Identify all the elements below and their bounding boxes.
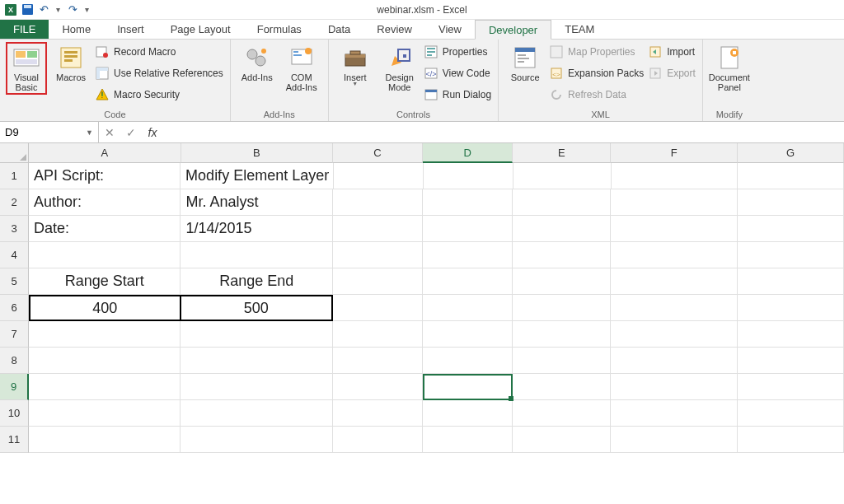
cell[interactable] (513, 321, 611, 348)
map-properties-button[interactable]: Map Properties (550, 43, 644, 61)
cell[interactable] (738, 400, 844, 427)
column-header[interactable]: F (611, 143, 738, 163)
cell[interactable] (611, 348, 738, 374)
cell[interactable] (513, 374, 611, 400)
undo-icon[interactable] (36, 2, 51, 17)
cell[interactable]: API Script: (29, 163, 181, 189)
cell[interactable] (738, 189, 844, 216)
formula-input[interactable] (163, 122, 844, 142)
cell[interactable] (424, 163, 513, 189)
cell[interactable]: 1/14/2015 (181, 216, 332, 242)
cell[interactable]: Range Start (29, 268, 181, 295)
com-addins-button[interactable]: COM Add-Ins (282, 43, 321, 94)
cell[interactable] (423, 189, 513, 216)
cell[interactable] (611, 295, 738, 321)
cell[interactable]: Modify Element Layer (181, 163, 334, 189)
cell[interactable] (333, 189, 423, 216)
tab-developer[interactable]: Developer (475, 20, 551, 40)
view-code-button[interactable]: </> View Code (424, 64, 491, 82)
cell[interactable]: Date: (29, 216, 181, 242)
cancel-formula-icon[interactable]: ✕ (99, 126, 120, 139)
cell[interactable] (611, 216, 738, 242)
source-button[interactable]: Source (505, 43, 545, 84)
excel-icon[interactable]: X (3, 2, 18, 17)
cell[interactable] (423, 242, 513, 268)
row-header[interactable]: 6 (0, 295, 29, 321)
addins-button[interactable]: Add-Ins (237, 43, 277, 84)
enter-formula-icon[interactable]: ✓ (120, 126, 142, 139)
export-button[interactable]: Export (649, 64, 696, 82)
redo-icon[interactable] (65, 2, 80, 17)
document-panel-button[interactable]: Document Panel (710, 43, 749, 94)
expansion-packs-button[interactable]: <> Expansion Packs (550, 64, 644, 82)
row-header[interactable]: 3 (0, 216, 29, 242)
tab-review[interactable]: Review (363, 20, 425, 39)
column-header[interactable]: D (423, 143, 513, 163)
row-header[interactable]: 4 (0, 242, 29, 268)
cell[interactable] (333, 427, 423, 453)
cell[interactable] (513, 348, 611, 374)
tab-team[interactable]: TEAM (551, 20, 607, 39)
tab-data[interactable]: Data (315, 20, 363, 39)
tab-formulas[interactable]: Formulas (244, 20, 315, 39)
cell[interactable] (423, 427, 513, 453)
cell[interactable] (612, 163, 738, 189)
column-header[interactable]: C (333, 143, 423, 163)
cell[interactable] (181, 374, 332, 400)
cell[interactable] (513, 295, 611, 321)
cell[interactable] (423, 268, 513, 295)
name-box[interactable]: D9 ▼ (0, 122, 99, 142)
row-header[interactable]: 8 (0, 348, 29, 374)
save-icon[interactable] (20, 2, 35, 17)
cell[interactable] (423, 216, 513, 242)
cell[interactable] (333, 374, 423, 400)
macro-security-button[interactable]: ! Macro Security (96, 86, 223, 104)
row-header[interactable]: 10 (0, 400, 29, 427)
cell[interactable] (738, 321, 844, 348)
cell[interactable] (611, 242, 738, 268)
cell[interactable] (738, 268, 844, 295)
undo-dropdown[interactable]: ▾ (53, 5, 63, 14)
cell[interactable] (29, 427, 181, 453)
macros-button[interactable]: Macros (51, 43, 91, 84)
row-header[interactable]: 2 (0, 189, 29, 216)
row-header[interactable]: 5 (0, 268, 29, 295)
cell[interactable] (513, 427, 611, 453)
column-header[interactable]: B (181, 143, 334, 163)
cell[interactable] (333, 295, 423, 321)
tab-insert[interactable]: Insert (104, 20, 157, 39)
cell[interactable] (611, 268, 738, 295)
cell[interactable] (513, 268, 611, 295)
cell[interactable] (29, 321, 181, 348)
qat-customize[interactable]: ▾ (82, 5, 92, 14)
active-cell[interactable] (423, 374, 513, 400)
cell[interactable] (333, 348, 423, 374)
record-macro-button[interactable]: Record Macro (96, 43, 223, 61)
properties-button[interactable]: Properties (424, 43, 491, 61)
tab-home[interactable]: Home (49, 20, 104, 39)
use-relative-refs-button[interactable]: Use Relative References (96, 64, 223, 82)
cell[interactable] (181, 427, 332, 453)
cell[interactable] (513, 216, 611, 242)
cell[interactable] (611, 374, 738, 400)
cell[interactable]: 500 (181, 295, 333, 321)
tab-page-layout[interactable]: Page Layout (157, 20, 244, 39)
tab-file[interactable]: FILE (0, 20, 49, 39)
column-header[interactable]: E (513, 143, 611, 163)
row-header[interactable]: 1 (0, 163, 29, 189)
cell[interactable] (513, 242, 611, 268)
worksheet-grid[interactable]: 1 2 3 4 5 6 7 8 9 10 11 A B C D E F G AP… (0, 143, 844, 504)
cell[interactable] (333, 400, 423, 427)
cell[interactable] (181, 321, 332, 348)
visual-basic-button[interactable]: Visual Basic (7, 43, 46, 94)
cell[interactable] (611, 189, 738, 216)
cell[interactable] (611, 400, 738, 427)
cell[interactable] (333, 216, 423, 242)
cell[interactable] (738, 163, 844, 189)
cell[interactable] (333, 242, 423, 268)
cell[interactable] (181, 400, 332, 427)
column-header[interactable]: A (29, 143, 181, 163)
cell[interactable]: 400 (29, 295, 181, 321)
cell[interactable] (29, 242, 181, 268)
run-dialog-button[interactable]: Run Dialog (424, 86, 491, 104)
